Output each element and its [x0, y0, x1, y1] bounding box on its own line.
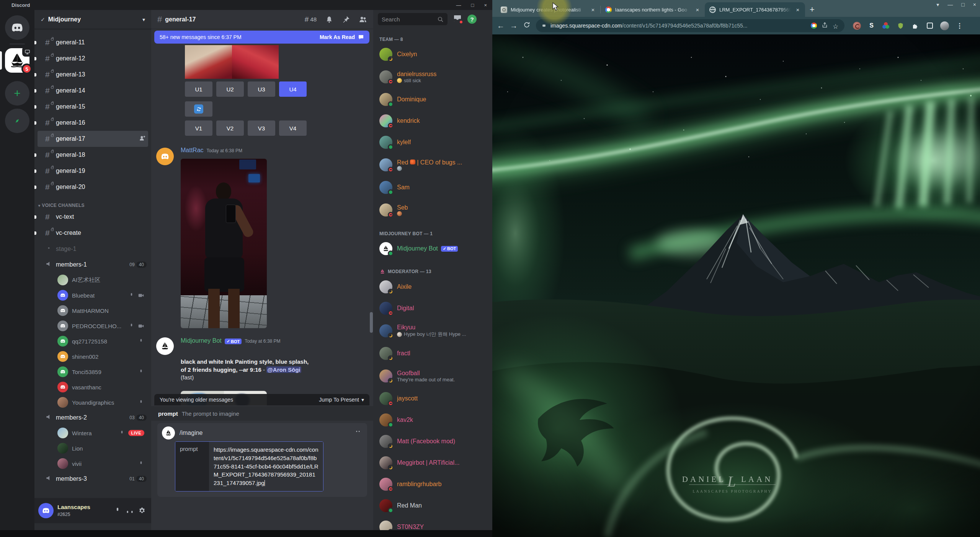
- pinned-messages-icon[interactable]: [342, 15, 350, 24]
- reroll-button[interactable]: [185, 101, 212, 117]
- member-row[interactable]: Sam: [379, 177, 489, 198]
- server-header[interactable]: ✓ Midjourney ▾: [34, 10, 151, 29]
- member-row[interactable]: Seb: [379, 198, 489, 222]
- back-button[interactable]: ←: [497, 21, 505, 30]
- member-list-toggle-icon[interactable]: [359, 15, 367, 24]
- settings-gear-icon[interactable]: [138, 507, 146, 514]
- member-row[interactable]: kav2k: [379, 409, 489, 431]
- tab-close-icon[interactable]: ×: [794, 7, 801, 13]
- threads-button[interactable]: #48: [305, 15, 317, 24]
- help-button[interactable]: ?: [467, 15, 477, 24]
- mark-as-read-button[interactable]: Mark As Read: [320, 34, 364, 40]
- headphones-icon[interactable]: [126, 507, 134, 514]
- mic-icon[interactable]: [114, 507, 121, 514]
- address-bar[interactable]: images.squarespace-cdn.com/content/v1/5c…: [536, 19, 844, 32]
- explore-servers-button[interactable]: [5, 109, 29, 133]
- member-row[interactable]: Meggirbot | ARTificial...: [379, 452, 489, 474]
- sidebar-toggle-icon[interactable]: [926, 22, 934, 30]
- tab-google-search[interactable]: laanscapes northern lights - Goo ×: [601, 2, 705, 17]
- upscale-u1-button[interactable]: U1: [185, 81, 212, 97]
- member-row[interactable]: jayscott: [379, 388, 489, 409]
- channel-general-16[interactable]: #general-16: [38, 115, 148, 131]
- jump-to-present-button[interactable]: Jump To Present▾: [319, 397, 364, 403]
- inbox-button[interactable]: [453, 14, 462, 24]
- member-row[interactable]: Red Man: [379, 495, 489, 516]
- variation-v3-button[interactable]: V3: [248, 120, 275, 136]
- discord-home-button[interactable]: [5, 15, 29, 40]
- channel-general-20[interactable]: #general-20: [38, 179, 148, 195]
- member-row[interactable]: fractl: [379, 343, 489, 364]
- voice-member[interactable]: Bluebeat: [38, 288, 148, 303]
- discord-maximize-button[interactable]: □: [471, 2, 474, 8]
- voice-member[interactable]: vasanthanc: [38, 379, 148, 395]
- member-row[interactable]: Aixile: [379, 276, 489, 298]
- avatar[interactable]: [156, 337, 174, 355]
- extension-icon-1[interactable]: [853, 22, 861, 30]
- tab-close-icon[interactable]: ×: [694, 7, 701, 13]
- member-row[interactable]: kylelf: [379, 132, 489, 153]
- voice-member[interactable]: AI艺术社区: [38, 272, 148, 288]
- channel-vc-create[interactable]: #vc-create: [38, 225, 148, 241]
- upscale-u2-button[interactable]: U2: [216, 81, 244, 97]
- member-row[interactable]: ST0N3ZY: [379, 516, 489, 530]
- discord-close-button[interactable]: ×: [484, 2, 487, 8]
- member-row[interactable]: ramblingrhubarb: [379, 474, 489, 495]
- share-icon[interactable]: [822, 22, 828, 30]
- voice-member[interactable]: Youandigraphics: [38, 395, 148, 410]
- tab-lrm-export-active[interactable]: LRM_EXPORT_176436787956939 ×: [705, 2, 805, 17]
- extension-icon-s[interactable]: S: [867, 22, 875, 30]
- google-icon[interactable]: [811, 23, 817, 29]
- member-row[interactable]: Cixelyn: [379, 44, 489, 65]
- extensions-menu-icon[interactable]: [911, 22, 919, 30]
- channel-vc-text[interactable]: #vc-text: [38, 209, 148, 225]
- option-value-input[interactable]: https://images.squarespace-cdn.com/conte…: [209, 442, 323, 491]
- upscale-u4-button-selected[interactable]: U4: [279, 81, 307, 97]
- user-mention[interactable]: @Aron Sōgi: [266, 366, 301, 373]
- chrome-minimize-button[interactable]: —: [947, 2, 953, 8]
- forward-button[interactable]: →: [510, 21, 518, 30]
- invite-members-icon[interactable]: [139, 135, 146, 143]
- emoji-picker-icon[interactable]: [353, 428, 363, 438]
- search-input[interactable]: Search: [378, 13, 448, 25]
- member-row[interactable]: Red | CEO of bugs ...: [379, 153, 489, 177]
- voice-member[interactable]: WinteraLIVE: [38, 425, 148, 441]
- channel-general-19[interactable]: #general-19: [38, 163, 148, 179]
- member-row[interactable]: kendrick: [379, 110, 489, 132]
- voice-member[interactable]: MattHARMON: [38, 303, 148, 318]
- upscale-u3-button[interactable]: U3: [248, 81, 275, 97]
- channel-general-13[interactable]: #general-13: [38, 67, 148, 83]
- extension-icon-shield[interactable]: [897, 22, 905, 30]
- member-row[interactable]: Matt (Facebook mod): [379, 431, 489, 452]
- member-row[interactable]: danielrussrussstill sick: [379, 65, 489, 89]
- member-row[interactable]: Midjourney Bot✓BOT: [379, 238, 489, 259]
- midjourney-grid-image-cropped[interactable]: [185, 45, 279, 79]
- command-option-field[interactable]: prompt https://images.squarespace-cdn.co…: [175, 441, 323, 491]
- message-author[interactable]: MattRac: [181, 147, 204, 154]
- discord-minimize-button[interactable]: —: [456, 2, 461, 8]
- browser-menu-icon[interactable]: ⋮: [956, 22, 964, 30]
- reload-button[interactable]: [523, 21, 531, 31]
- new-tab-button[interactable]: +: [810, 5, 815, 15]
- message-input[interactable]: /imagine prompt https://images.squarespa…: [157, 423, 367, 497]
- channel-general-15[interactable]: #general-15: [38, 99, 148, 115]
- member-row[interactable]: EikyuuHype boy 너만 원해 Hype ...: [379, 319, 489, 343]
- voice-member[interactable]: qq271725158: [38, 334, 148, 349]
- notifications-muted-icon[interactable]: [325, 15, 333, 24]
- voice-channel-members-1[interactable]: members-1 0940: [38, 257, 148, 272]
- message-attachment-selfie-photo[interactable]: [181, 159, 267, 328]
- channel-general-11[interactable]: #general-11: [38, 34, 148, 50]
- channel-general-12[interactable]: #general-12: [38, 50, 148, 67]
- bookmark-star-icon[interactable]: ☆: [833, 23, 839, 29]
- chat-scrollbar-thumb[interactable]: [370, 312, 373, 333]
- member-row[interactable]: Digital: [379, 298, 489, 319]
- channel-stage-1[interactable]: stage-1: [38, 241, 148, 257]
- channel-general-14[interactable]: #general-14: [38, 83, 148, 99]
- variation-v2-button[interactable]: V2: [216, 120, 244, 136]
- variation-v1-button[interactable]: V1: [185, 120, 212, 136]
- voice-member[interactable]: Tonci53859: [38, 364, 148, 379]
- chrome-maximize-button[interactable]: □: [961, 2, 964, 8]
- avatar[interactable]: [38, 503, 54, 518]
- variation-v4-button[interactable]: V4: [279, 120, 307, 136]
- avatar[interactable]: [156, 148, 174, 165]
- voice-channel-members-2[interactable]: members-2 0340: [38, 410, 148, 425]
